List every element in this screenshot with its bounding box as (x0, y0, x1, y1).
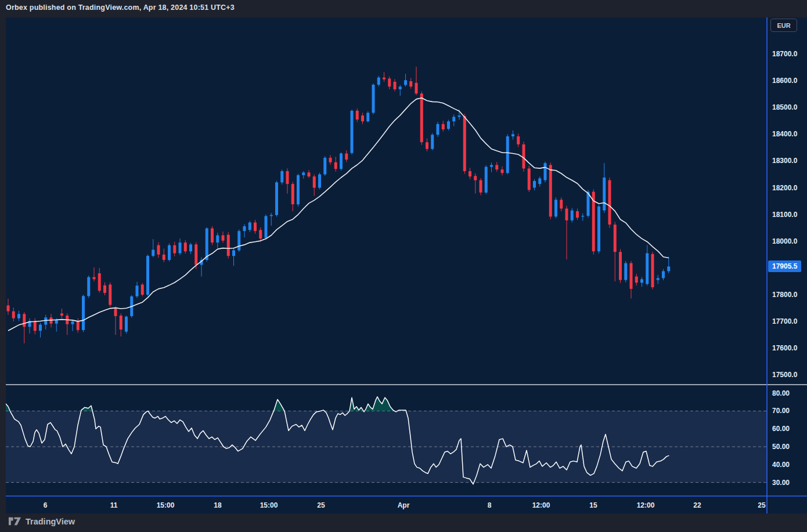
candle-body (71, 321, 74, 324)
candle-body (179, 243, 182, 253)
rsi-axis-label: 60.00 (772, 425, 790, 433)
candle-body (533, 181, 536, 188)
candle-body (608, 180, 611, 225)
candle-body (291, 184, 294, 204)
time-axis-label: Apr (398, 501, 410, 509)
candle-body (173, 245, 176, 254)
candle-body (23, 314, 26, 327)
price-axis-label: 17600.0 (772, 344, 798, 352)
candle-body (458, 115, 461, 117)
candle-body (614, 225, 617, 252)
candle-body (184, 243, 187, 251)
candle-body (528, 168, 531, 190)
candle-body (60, 313, 63, 316)
candle-body (651, 254, 654, 287)
time-axis-label: 22 (693, 501, 701, 509)
rsi-axis-label: 30.00 (772, 479, 790, 487)
candle-body (286, 171, 289, 184)
candle-body (114, 309, 117, 316)
price-axis-label: 18400.0 (772, 130, 798, 138)
candle-body (554, 200, 557, 216)
candle-body (87, 277, 90, 296)
candle-body (44, 317, 47, 324)
candle-body (146, 256, 149, 295)
candle-body (581, 216, 584, 216)
candle-body (447, 121, 450, 129)
candle-body (265, 216, 268, 238)
candle-body (404, 80, 407, 85)
candle-body (463, 116, 466, 171)
candle-body (7, 305, 10, 311)
candle-body (495, 165, 498, 169)
candle-body (576, 211, 579, 218)
candle-body (55, 320, 58, 324)
candle-body (624, 263, 627, 280)
candle-wick (491, 162, 492, 172)
candle-body (565, 209, 568, 220)
candle-body (340, 154, 343, 169)
candle-body (82, 296, 85, 330)
candle-body (302, 172, 305, 175)
candle-body (366, 113, 369, 121)
candle-body (469, 171, 471, 176)
moving-average-line (8, 98, 669, 331)
candle-body (549, 165, 552, 216)
candle-body (361, 115, 364, 121)
candle-body (125, 317, 128, 332)
candle-body (280, 171, 283, 182)
candle-body (506, 136, 509, 173)
currency-button[interactable]: EUR (770, 19, 797, 32)
candle-body (372, 85, 375, 113)
candle-body (313, 176, 316, 187)
rsi-axis-label: 40.00 (772, 461, 790, 469)
price-axis-label: 17800.0 (772, 291, 798, 299)
candle-body (275, 182, 278, 215)
candle-body (248, 223, 251, 230)
candle-body (517, 136, 520, 144)
candle-body (141, 285, 144, 295)
candle-body (318, 175, 321, 188)
price-axis-label: 18300.0 (772, 157, 798, 165)
candle-body (571, 211, 574, 220)
time-axis-label: 12:00 (532, 501, 550, 509)
candle-body (388, 78, 391, 86)
time-axis-label: 8 (488, 501, 492, 509)
candle-body (194, 244, 197, 265)
price-axis-label: 17700.0 (772, 317, 798, 325)
candle-body (270, 215, 273, 216)
price-axis-label: 18000.0 (772, 237, 798, 245)
tradingview-logo-icon (8, 515, 21, 528)
candle-body (152, 250, 154, 256)
candle-body (103, 285, 106, 293)
candle-body (474, 176, 477, 180)
candle-body (630, 263, 633, 289)
candle-body (109, 285, 111, 305)
tradingview-logo[interactable]: TradingView (8, 515, 75, 528)
candle-body (237, 231, 240, 250)
candle-body (227, 235, 230, 256)
time-axis-label: 15:00 (157, 501, 175, 509)
time-axis-label: 25 (758, 501, 766, 509)
candle-body (538, 178, 541, 184)
candle-body (415, 83, 418, 93)
candle-wick (94, 267, 95, 281)
time-axis-label: 15:00 (260, 501, 278, 509)
candle-wick (271, 213, 272, 226)
candle-body (662, 271, 665, 278)
candle-body (297, 175, 300, 204)
candle-wick (384, 72, 384, 82)
chart-canvas[interactable]: 18700.018600.018500.018400.018300.018200… (6, 17, 807, 513)
candle-body (211, 229, 214, 243)
candle-body (511, 134, 514, 136)
candle-body (259, 230, 262, 238)
candle-body (163, 255, 165, 260)
price-axis-label: 18200.0 (772, 184, 798, 192)
candle-body (490, 165, 493, 167)
candle-body (345, 154, 348, 160)
time-axis-label: 12:00 (637, 501, 655, 509)
time-axis-label: 18 (214, 501, 222, 509)
candle-body (157, 245, 160, 255)
candle-body (560, 200, 563, 208)
candle-body (523, 144, 525, 169)
page-title: Orbex published on TradingView.com, Apr … (6, 3, 235, 12)
